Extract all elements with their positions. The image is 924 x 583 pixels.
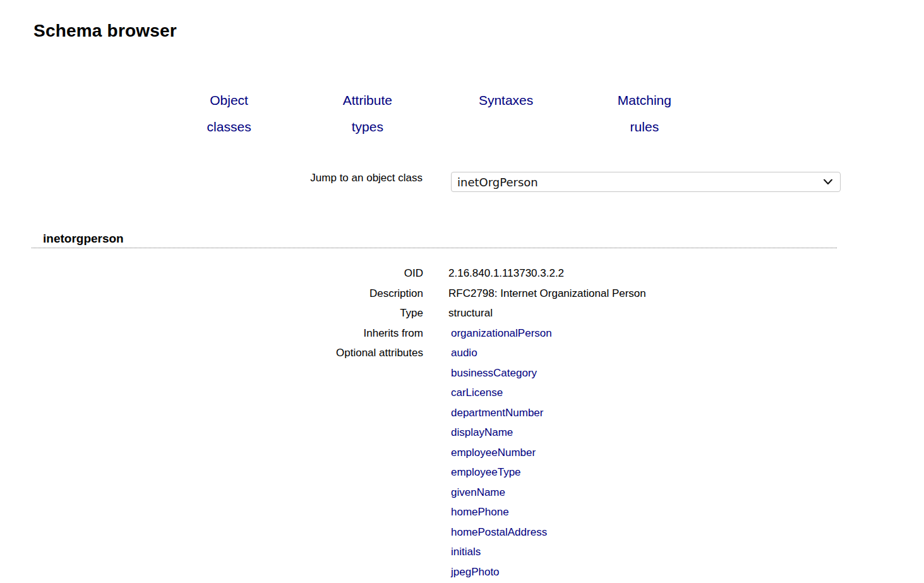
type-value: structural: [448, 303, 924, 323]
optional-attributes-list: audio businessCategory carLicense depart…: [448, 343, 924, 582]
page-title: Schema browser: [33, 21, 177, 41]
optional-attribute-link[interactable]: businessCategory: [448, 363, 537, 383]
optional-attribute-link[interactable]: displayName: [448, 423, 513, 443]
optional-attribute-link[interactable]: initials: [448, 542, 481, 562]
inherits-from-value: organizationalPerson: [448, 323, 924, 344]
oid-label: OID: [0, 263, 423, 284]
optional-attribute-link[interactable]: givenName: [448, 483, 505, 503]
schema-nav: Object classes Attribute types Syntaxes …: [160, 87, 714, 140]
description-value: RFC2798: Internet Organizational Person: [448, 284, 924, 304]
nav-link[interactable]: Object classes: [193, 87, 265, 140]
nav-link[interactable]: Matching rules: [608, 87, 680, 140]
oid-value: 2.16.840.1.113730.3.2.2: [448, 263, 924, 284]
jump-to-object-class-label: Jump to an object class: [0, 168, 423, 188]
object-class-select-wrap: inetOrgPerson: [451, 172, 841, 192]
optional-attribute-link[interactable]: employeeNumber: [448, 443, 536, 463]
optional-attribute-link[interactable]: employeeType: [448, 462, 521, 483]
nav-cell: Matching rules: [575, 87, 714, 140]
type-label: Type: [0, 303, 423, 323]
schema-browser-page: Schema browser Object classes Attribute …: [0, 0, 924, 583]
optional-attribute-link[interactable]: jpegPhoto: [448, 562, 500, 582]
nav-cell: Attribute types: [298, 87, 436, 140]
inherits-from-link[interactable]: organizationalPerson: [448, 327, 552, 339]
optional-attributes-label: Optional attributes: [0, 343, 423, 582]
nav-link[interactable]: Attribute types: [332, 87, 404, 140]
description-label: Description: [0, 284, 423, 304]
object-class-select[interactable]: inetOrgPerson: [451, 172, 841, 192]
inherits-from-label: Inherits from: [0, 323, 423, 344]
optional-attribute-link[interactable]: homePostalAddress: [448, 522, 547, 543]
optional-attribute-link[interactable]: audio: [448, 343, 477, 363]
nav-cell: Syntaxes: [437, 87, 575, 140]
optional-attribute-link[interactable]: homePhone: [448, 502, 509, 522]
section-divider: [32, 248, 837, 248]
objectclass-details: OID 2.16.840.1.113730.3.2.2 Description …: [0, 263, 924, 582]
nav-cell: Object classes: [160, 87, 298, 140]
optional-attribute-link[interactable]: carLicense: [448, 383, 503, 403]
nav-link[interactable]: Syntaxes: [470, 87, 542, 114]
objectclass-section-title: inetorgperson: [43, 232, 124, 246]
optional-attribute-link[interactable]: departmentNumber: [448, 403, 543, 423]
